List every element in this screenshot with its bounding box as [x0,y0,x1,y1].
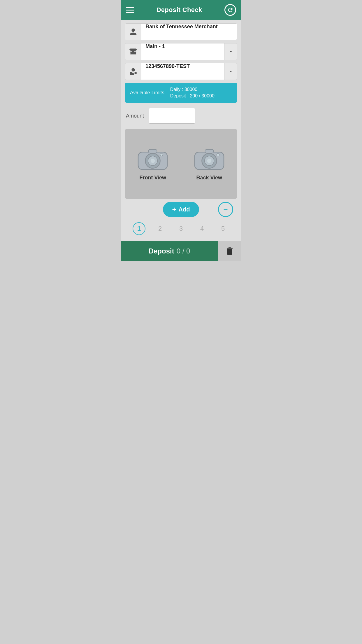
page-2[interactable]: 2 [154,222,166,235]
deposit-count: 0 / 0 [177,247,190,255]
refresh-button[interactable] [224,4,236,16]
svg-point-4 [151,159,155,163]
deposit-button[interactable]: Deposit 0 / 0 [121,241,218,261]
limits-label: Available Limits [130,90,164,96]
account-icon-box [125,24,141,40]
svg-rect-5 [149,149,157,153]
limits-values: Daily : 30000 Deposit : 200 / 30000 [170,87,215,99]
account-number-icon-box [125,63,141,80]
back-view-label: Back View [196,175,222,181]
back-view-button[interactable]: Back View [181,129,238,199]
trash-icon [225,246,235,256]
main-content: Bank of Tennessee Merchant Main - 1 [121,20,241,241]
app-header: Deposit Check [121,0,241,20]
svg-point-6 [160,153,163,156]
deposit-limit: Deposit : 200 / 30000 [170,93,215,99]
pagination-row: 1 2 3 4 5 [125,220,237,237]
back-camera-icon [193,147,225,171]
amount-input[interactable] [149,108,195,124]
chevron-down-icon-2 [228,69,233,74]
page-3[interactable]: 3 [175,222,187,235]
account-number-dropdown[interactable] [224,63,237,80]
svg-point-12 [217,153,219,156]
account-name-value: Bank of Tennessee Merchant [141,24,237,40]
svg-point-10 [207,159,211,163]
limits-banner: Available Limits Daily : 30000 Deposit :… [125,83,237,103]
front-view-button[interactable]: Front View [125,129,181,199]
deposit-label: Deposit [149,247,174,255]
page-1[interactable]: 1 [133,222,145,235]
page-5[interactable]: 5 [217,222,229,235]
front-camera-icon [137,147,169,171]
refresh-icon [227,7,233,13]
location-dropdown[interactable] [224,43,237,60]
add-button-label: Add [179,206,190,213]
camera-section: Front View Back View [125,129,237,199]
account-number-row: 1234567890-TEST [125,63,237,80]
actions-row: + Add [125,202,237,217]
daily-limit: Daily : 30000 [170,87,215,92]
add-plus-icon: + [172,206,176,213]
account-name-row: Bank of Tennessee Merchant [125,23,237,40]
add-button[interactable]: + Add [163,202,199,217]
svg-rect-11 [205,149,213,153]
header-title: Deposit Check [157,6,202,14]
store-icon [129,48,137,56]
location-value: Main - 1 [141,43,224,60]
trash-button[interactable] [218,241,241,261]
amount-row: Amount [125,106,237,126]
account-number-value: 1234567890-TEST [141,63,224,80]
person-icon [129,28,137,36]
person-list-icon [129,67,137,76]
page-4[interactable]: 4 [196,222,208,235]
location-icon-box [125,43,141,60]
minus-icon [222,206,229,213]
front-view-label: Front View [139,175,166,181]
location-row: Main - 1 [125,43,237,60]
footer: Deposit 0 / 0 [121,241,241,261]
remove-button[interactable] [218,202,233,217]
amount-label: Amount [126,113,144,119]
chevron-down-icon [228,49,233,54]
menu-icon[interactable] [126,7,134,13]
